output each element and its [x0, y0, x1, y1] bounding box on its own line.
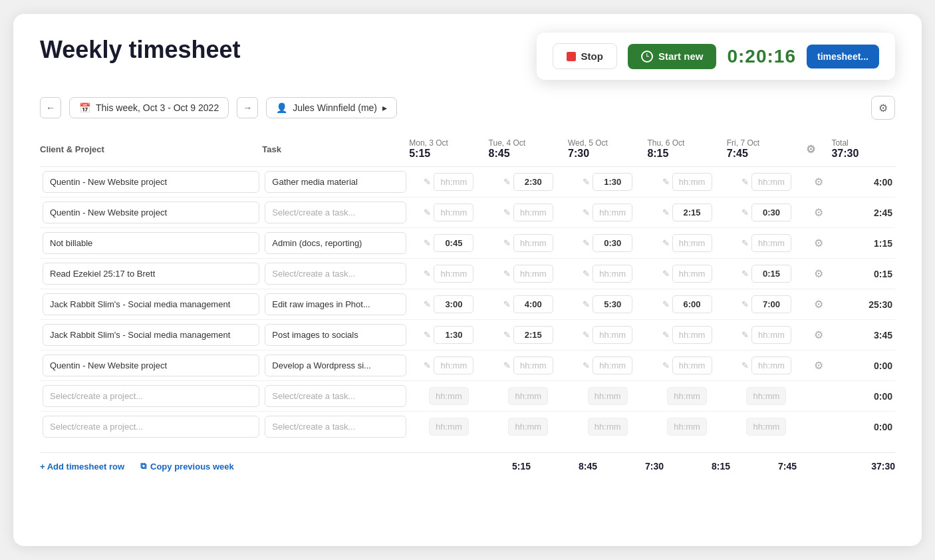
time-input[interactable] [434, 295, 473, 313]
next-week-button[interactable]: → [237, 97, 258, 118]
edit-icon[interactable]: ✎ [662, 360, 670, 370]
time-input[interactable] [434, 204, 473, 221]
timesheet-button[interactable]: timesheet... [807, 45, 879, 69]
edit-icon[interactable]: ✎ [741, 269, 749, 279]
project-input[interactable] [43, 232, 259, 254]
time-input[interactable] [508, 418, 548, 436]
edit-icon[interactable]: ✎ [741, 330, 749, 340]
project-input[interactable] [43, 354, 259, 376]
edit-icon[interactable]: ✎ [583, 360, 590, 370]
row-gear-icon[interactable]: ⚙ [814, 176, 823, 188]
row-gear-icon[interactable]: ⚙ [814, 360, 823, 371]
time-input[interactable] [593, 173, 632, 191]
task-input[interactable] [265, 385, 406, 407]
task-input[interactable] [265, 232, 406, 254]
time-input[interactable] [513, 204, 553, 221]
time-input[interactable] [434, 234, 473, 252]
edit-icon[interactable]: ✎ [583, 299, 590, 309]
edit-icon[interactable]: ✎ [662, 269, 670, 279]
edit-icon[interactable]: ✎ [741, 238, 749, 248]
edit-icon[interactable]: ✎ [424, 208, 431, 217]
edit-icon[interactable]: ✎ [583, 208, 590, 217]
edit-icon[interactable]: ✎ [503, 208, 511, 217]
time-input[interactable] [672, 204, 712, 221]
time-input[interactable] [434, 326, 473, 344]
time-input[interactable] [593, 234, 632, 252]
time-input[interactable] [667, 387, 707, 405]
edit-icon[interactable]: ✎ [503, 330, 511, 340]
row-gear-icon[interactable]: ⚙ [814, 329, 823, 341]
edit-icon[interactable]: ✎ [662, 330, 670, 340]
time-input[interactable] [513, 265, 553, 283]
time-input[interactable] [751, 234, 791, 252]
project-input[interactable] [43, 263, 259, 285]
project-input[interactable] [43, 324, 259, 346]
edit-icon[interactable]: ✎ [741, 360, 749, 370]
row-gear-icon[interactable]: ⚙ [814, 207, 823, 218]
task-input[interactable] [265, 263, 406, 285]
time-input[interactable] [593, 326, 632, 344]
time-input[interactable] [672, 234, 712, 252]
project-input[interactable] [43, 202, 259, 223]
time-input[interactable] [588, 387, 628, 405]
time-input[interactable] [672, 265, 712, 283]
edit-icon[interactable]: ✎ [424, 299, 431, 309]
time-input[interactable] [434, 173, 473, 191]
project-input[interactable] [43, 171, 259, 193]
time-input[interactable] [672, 173, 712, 191]
edit-icon[interactable]: ✎ [424, 330, 431, 340]
time-input[interactable] [593, 265, 632, 283]
edit-icon[interactable]: ✎ [583, 330, 590, 340]
edit-icon[interactable]: ✎ [503, 360, 511, 370]
time-input[interactable] [593, 356, 632, 374]
user-selector-button[interactable]: 👤 Jules Winnfield (me) ▸ [266, 97, 397, 118]
project-input[interactable] [43, 416, 259, 438]
time-input[interactable] [667, 418, 707, 436]
edit-icon[interactable]: ✎ [741, 299, 749, 309]
settings-button[interactable]: ⚙ [871, 96, 895, 120]
time-input[interactable] [434, 265, 473, 283]
time-input[interactable] [429, 387, 469, 405]
time-input[interactable] [672, 326, 712, 344]
time-input[interactable] [672, 295, 712, 313]
edit-icon[interactable]: ✎ [424, 269, 431, 279]
time-input[interactable] [751, 326, 791, 344]
edit-icon[interactable]: ✎ [583, 238, 590, 248]
time-input[interactable] [751, 356, 791, 374]
time-input[interactable] [751, 265, 791, 283]
edit-icon[interactable]: ✎ [424, 238, 431, 248]
time-input[interactable] [434, 356, 473, 374]
time-input[interactable] [513, 234, 553, 252]
task-input[interactable] [265, 171, 406, 193]
row-gear-icon[interactable]: ⚙ [814, 299, 823, 310]
time-input[interactable] [513, 326, 553, 344]
time-input[interactable] [513, 173, 553, 191]
edit-icon[interactable]: ✎ [503, 238, 511, 248]
edit-icon[interactable]: ✎ [741, 177, 749, 187]
edit-icon[interactable]: ✎ [583, 269, 590, 279]
edit-icon[interactable]: ✎ [503, 299, 511, 309]
time-input[interactable] [513, 295, 553, 313]
time-input[interactable] [751, 173, 791, 191]
edit-icon[interactable]: ✎ [662, 299, 670, 309]
project-input[interactable] [43, 385, 259, 407]
row-gear-icon[interactable]: ⚙ [814, 237, 823, 249]
time-input[interactable] [672, 356, 712, 374]
edit-icon[interactable]: ✎ [424, 360, 431, 370]
time-input[interactable] [746, 387, 786, 405]
edit-icon[interactable]: ✎ [583, 177, 590, 187]
edit-icon[interactable]: ✎ [424, 177, 431, 187]
task-input[interactable] [265, 416, 406, 438]
edit-icon[interactable]: ✎ [503, 269, 511, 279]
task-input[interactable] [265, 354, 406, 376]
task-input[interactable] [265, 324, 406, 346]
edit-icon[interactable]: ✎ [503, 177, 511, 187]
task-input[interactable] [265, 293, 406, 315]
project-input[interactable] [43, 293, 259, 315]
prev-week-button[interactable]: ← [40, 97, 61, 118]
time-input[interactable] [593, 295, 632, 313]
time-input[interactable] [588, 418, 628, 436]
stop-button[interactable]: Stop [553, 43, 617, 69]
edit-icon[interactable]: ✎ [662, 208, 670, 217]
edit-icon[interactable]: ✎ [662, 238, 670, 248]
